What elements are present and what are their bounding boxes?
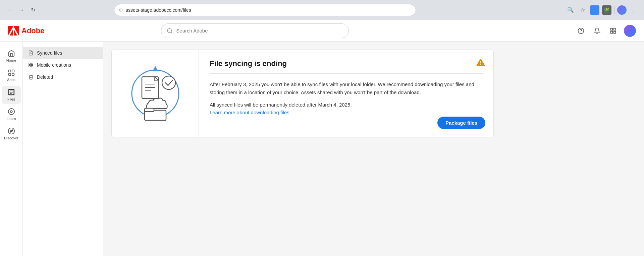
address-icon: ⊕	[119, 7, 123, 12]
search-input[interactable]	[176, 28, 343, 34]
user-avatar[interactable]	[624, 25, 636, 37]
header-actions	[576, 25, 636, 37]
svg-rect-13	[12, 70, 14, 72]
browser-actions: 🔍 ☆ 🧩 ⋮	[566, 5, 639, 15]
notice-title: File syncing is ending	[210, 59, 483, 68]
svg-point-37	[162, 76, 175, 89]
search-bar[interactable]	[161, 23, 349, 38]
svg-rect-28	[31, 63, 33, 65]
synced-files-label: Synced files	[37, 50, 62, 56]
svg-rect-27	[29, 63, 31, 65]
svg-rect-15	[12, 73, 14, 75]
deleted-label: Deleted	[37, 74, 53, 80]
svg-marker-24	[10, 130, 13, 132]
bookmark-button[interactable]: ☆	[578, 5, 587, 15]
svg-rect-19	[10, 92, 13, 92]
svg-rect-10	[610, 31, 612, 33]
notice-illustration	[112, 50, 199, 137]
file-nav-synced[interactable]: Synced files	[23, 47, 103, 59]
discover-icon	[8, 127, 15, 135]
mobile-icon	[28, 62, 34, 68]
app-header: Adobe	[0, 20, 644, 42]
package-files-button[interactable]: Package files	[437, 117, 485, 129]
home-icon	[8, 50, 15, 57]
files-icon	[8, 88, 15, 96]
search-icon	[167, 28, 173, 34]
browser-chrome: ← → ↻ ⊕ assets-stage.adobecc.com/files 🔍…	[0, 0, 644, 20]
svg-rect-11	[614, 31, 616, 33]
svg-point-22	[10, 111, 12, 113]
back-button[interactable]: ←	[5, 5, 15, 15]
address-bar[interactable]: ⊕ assets-stage.adobecc.com/files	[114, 4, 416, 16]
svg-point-4	[168, 28, 172, 33]
help-icon	[578, 27, 584, 34]
learn-more-link[interactable]: Learn more about downloading files	[210, 110, 289, 115]
svg-line-5	[171, 32, 172, 33]
learn-label: Learn	[6, 117, 16, 121]
file-nav: Synced files Mobile creations Deleted	[23, 42, 103, 256]
help-button[interactable]	[576, 25, 586, 36]
discover-label: Discover	[4, 136, 18, 140]
bell-icon	[594, 27, 600, 34]
adobe-wordmark: Adobe	[21, 26, 44, 35]
zoom-button[interactable]: 🔍	[566, 5, 575, 15]
svg-rect-12	[8, 70, 10, 72]
svg-rect-30	[31, 65, 33, 67]
sync-illustration-svg	[122, 60, 189, 127]
file-nav-deleted[interactable]: Deleted	[23, 71, 103, 83]
apps-grid-button[interactable]	[608, 25, 619, 36]
svg-point-21	[8, 109, 14, 115]
icon-nav: Home Apps Files	[0, 42, 23, 256]
document-icon	[28, 50, 34, 56]
svg-rect-9	[614, 28, 616, 30]
notifications-button[interactable]	[592, 25, 602, 36]
warning-triangle-icon	[476, 58, 485, 67]
adobe-logo-icon	[8, 26, 19, 36]
svg-rect-8	[610, 28, 612, 30]
menu-button[interactable]: ⋮	[629, 5, 639, 15]
user-profile-button[interactable]	[617, 5, 627, 15]
adobe-logo: Adobe	[8, 26, 44, 36]
mobile-creations-label: Mobile creations	[37, 62, 71, 68]
file-nav-mobile[interactable]: Mobile creations	[23, 59, 103, 71]
notice-content: File syncing is ending After February 3,…	[199, 50, 493, 137]
notice-sub-text: All synced files will be permanently del…	[210, 102, 483, 108]
grid-icon	[610, 27, 616, 34]
files-label: Files	[7, 97, 15, 101]
svg-rect-39	[145, 108, 154, 112]
apps-label: Apps	[7, 78, 15, 82]
divider	[614, 6, 614, 14]
notice-divider	[210, 73, 483, 74]
puzzle-icon[interactable]: 🧩	[602, 5, 611, 15]
sidebar-item-files[interactable]: Files	[2, 86, 21, 104]
browser-nav-buttons: ← → ↻	[5, 5, 38, 15]
sidebar-item-home[interactable]: Home	[2, 47, 21, 65]
main-content: File syncing is ending After February 3,…	[103, 42, 644, 256]
url-text: assets-stage.adobecc.com/files	[125, 7, 191, 13]
svg-rect-18	[10, 90, 13, 91]
svg-rect-20	[10, 93, 12, 94]
warning-icon	[476, 58, 485, 69]
sidebar-item-learn[interactable]: Learn	[2, 105, 21, 123]
trash-icon	[28, 74, 34, 80]
reload-button[interactable]: ↻	[28, 5, 38, 15]
app-body: Home Apps Files	[0, 42, 644, 256]
home-label: Home	[6, 58, 16, 62]
sidebar-item-discover[interactable]: Discover	[2, 125, 21, 143]
svg-rect-29	[29, 65, 31, 67]
notice-card: File syncing is ending After February 3,…	[111, 50, 494, 137]
sidebar-item-apps[interactable]: Apps	[2, 66, 21, 84]
notice-body-text: After February 3, 2025 you won't be able…	[210, 80, 483, 97]
apps-icon	[8, 69, 15, 76]
forward-button[interactable]: →	[17, 5, 26, 15]
app-container: Adobe	[0, 20, 644, 256]
learn-icon	[8, 108, 15, 115]
svg-rect-14	[8, 73, 10, 75]
svg-marker-31	[153, 66, 158, 71]
extension-icon[interactable]	[590, 5, 599, 15]
